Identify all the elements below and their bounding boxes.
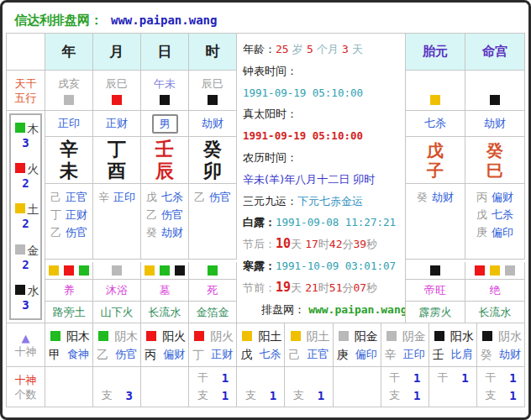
branch-elements-hour	[189, 262, 237, 280]
element-square	[505, 265, 515, 276]
stage-year: 养	[45, 280, 93, 302]
counts-bing	[141, 367, 189, 407]
hidden-stems-year: 己正官丁正财乙伤官	[45, 184, 93, 260]
count-line: 支1	[197, 387, 229, 405]
header-month: 月	[93, 34, 141, 71]
fire-square	[146, 331, 156, 341]
bottom-col-ji: 阴土 己正官	[285, 323, 333, 367]
bottom-col-ren: 阳水 壬比肩	[429, 323, 477, 367]
hidden-stem-line: 丙偏财	[476, 188, 513, 206]
element-square	[64, 265, 74, 276]
metal-square	[339, 331, 349, 341]
hanlu-line: 寒露：1991-10-09 03:01:07	[243, 255, 402, 277]
header-taiyuan: 胎元	[406, 34, 465, 71]
count-line: 支1	[389, 387, 420, 405]
hidden-stems-hour: 乙伤官	[189, 184, 237, 260]
branch-elements-day	[141, 262, 189, 280]
count-line: 支1	[245, 387, 276, 405]
site-url-link[interactable]: www.paipan.wang	[111, 13, 217, 27]
tengod-minggong: 劫财	[465, 111, 525, 137]
nayin-taiyuan: 霹雳火	[406, 302, 465, 323]
kongwang-year: 戌亥	[45, 71, 93, 111]
element-square	[175, 265, 185, 276]
count-line: 支3	[101, 387, 132, 405]
hidden-stems-taiyuan: 癸劫财	[406, 184, 465, 260]
element-square	[160, 265, 170, 276]
hidden-stems-minggong: 丙偏财戊七杀庚偏印	[465, 184, 525, 260]
hidden-stem-line: 庚偏印	[476, 223, 513, 241]
solar-time-label: 真太阳时：	[243, 103, 402, 125]
branch-elements-month	[93, 262, 141, 280]
count-line: 支1	[485, 387, 516, 405]
count-line: 干1	[437, 370, 468, 387]
counts-gui: 干1支1	[477, 367, 525, 407]
sanyuan-line: 三元九运：下元七赤金运	[243, 191, 402, 213]
fire-square	[15, 163, 25, 173]
wuxing-item-earth: 土2	[13, 202, 39, 230]
element-square	[208, 265, 218, 276]
hidden-stem-line: 丁正财	[50, 206, 87, 223]
pillar-day: 壬辰	[141, 137, 189, 184]
hidden-stem-line: 乙伤官	[194, 188, 231, 206]
wuxing-count-box: 木3 火2 土2 金2 水3	[9, 113, 42, 320]
site-name: 信达利排盘网：	[14, 13, 103, 29]
age-line: 年龄：25 岁 5 个月 3 天	[243, 39, 402, 60]
metal-square	[15, 244, 25, 255]
bailu-line: 白露：1991-09-08 11:27:21	[243, 212, 402, 234]
element-square	[145, 265, 155, 276]
stem-element-square	[64, 95, 74, 105]
bottom-col-yi: 阴木 乙伤官	[93, 323, 141, 367]
nayin-day: 长流水	[141, 302, 189, 323]
gender-day: 男	[141, 111, 189, 137]
tengod-year: 正印	[45, 111, 93, 137]
element-square	[490, 265, 500, 276]
jieqian-line: 节前：19天 21时51分07秒	[243, 277, 402, 299]
bottom-col-xin: 阴金 辛正印	[381, 323, 429, 367]
nayin-minggong: 长流水	[465, 302, 525, 323]
ten-gods-counts-label: 十神 个数	[7, 367, 45, 407]
count-line: 干1	[485, 370, 516, 387]
bottom-col-bing: 阳火 丙偏财	[141, 323, 189, 367]
water-square	[434, 331, 444, 341]
counts-jia	[45, 367, 93, 407]
stem-element-taiyuan	[406, 71, 465, 111]
counts-ding: 干1支1	[189, 367, 237, 407]
titlebar: 信达利排盘网： www.paipan.wang	[6, 8, 525, 33]
stem-element-square	[430, 95, 440, 105]
element-square	[49, 265, 59, 276]
header-day: 日	[141, 34, 189, 71]
tengod-taiyuan: 七杀	[406, 111, 465, 137]
triangle-icon: ▲	[22, 332, 30, 344]
wood-square	[98, 331, 108, 341]
bottom-col-ding: 阴火 丁正财	[189, 323, 237, 367]
counts-ji: 支1	[285, 367, 333, 407]
element-square	[430, 265, 440, 276]
counts-yi: 支3	[93, 367, 141, 407]
stage-month: 沐浴	[93, 280, 141, 302]
stem-element-square	[490, 95, 500, 105]
bottom-col-wu: 阳土 戊七杀	[237, 323, 285, 367]
stem-element-minggong	[465, 71, 525, 111]
gender-badge: 男	[152, 114, 178, 134]
nayin-month: 山下火	[93, 302, 141, 323]
counts-geng	[334, 367, 381, 407]
branch-elements-year	[45, 262, 93, 280]
stem-element-square	[208, 95, 218, 105]
nayin-hour: 金箔金	[189, 302, 237, 323]
wuxing-count-panel: 木3 火2 土2 金2 水3	[7, 111, 45, 323]
count-line: 干1	[389, 370, 420, 387]
bottom-col-gui: 阴水 癸劫财	[477, 323, 525, 367]
kongwang-hour: 辰巳	[189, 71, 237, 111]
pillar-year: 辛未	[45, 137, 93, 184]
lunar-time-label: 农历时间：	[243, 147, 402, 169]
element-square	[112, 265, 122, 276]
footer-url-link[interactable]: www.paipan.wang	[308, 303, 406, 316]
header-minggong: 命宫	[465, 34, 525, 71]
wuxing-item-water: 水3	[13, 284, 39, 312]
clock-time-label: 钟表时间：	[243, 60, 402, 82]
hidden-stem-line: 乙伤官	[50, 223, 87, 241]
hidden-stem-line: 戊七杀	[146, 188, 183, 206]
solar-time-value: 1991-09-19 05:10:00	[243, 125, 402, 147]
hidden-stems-day: 戊七杀乙伤官癸劫财	[141, 184, 189, 260]
water-square	[15, 285, 25, 295]
